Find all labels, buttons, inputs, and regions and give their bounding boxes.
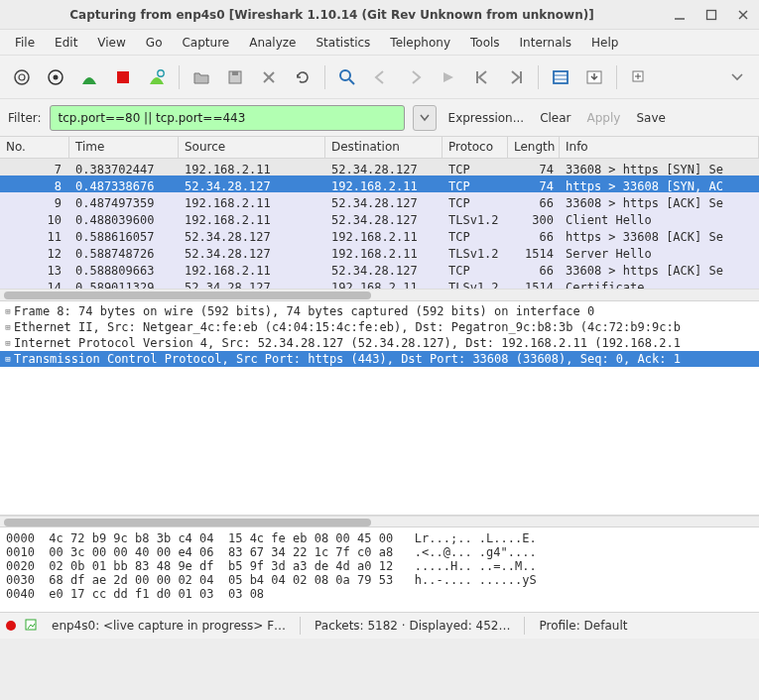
toolbar-separator: [179, 65, 180, 89]
window-title: Capturing from enp4s0 [Wireshark 1.10.14…: [8, 8, 656, 22]
col-protocol[interactable]: Protoco: [443, 137, 508, 158]
menu-help[interactable]: Help: [582, 33, 627, 53]
list-interfaces-icon[interactable]: [8, 63, 36, 91]
scrollbar-thumb[interactable]: [4, 292, 371, 299]
toolbar: [0, 56, 759, 99]
menu-capture[interactable]: Capture: [173, 33, 238, 53]
minimize-button[interactable]: [672, 7, 688, 23]
svg-point-4: [15, 70, 29, 84]
status-separator: [524, 617, 525, 635]
toolbar-separator: [538, 65, 539, 89]
filter-label: Filter:: [8, 111, 42, 125]
go-first-icon[interactable]: [468, 63, 496, 91]
packet-list-body[interactable]: 70.383702447192.168.2.1152.34.28.127TCP7…: [0, 159, 759, 289]
filter-save-button[interactable]: Save: [632, 111, 669, 125]
capture-file-props-icon[interactable]: [24, 618, 38, 635]
expert-info-icon[interactable]: [6, 621, 16, 631]
col-source[interactable]: Source: [179, 137, 325, 158]
packet-details-pane[interactable]: ⊞Frame 8: 74 bytes on wire (592 bits), 7…: [0, 301, 759, 516]
packet-row[interactable]: 100.488039600192.168.2.1152.34.28.127TLS…: [0, 209, 759, 226]
svg-rect-18: [554, 71, 568, 83]
capture-options-icon[interactable]: [42, 63, 69, 91]
menubar: File Edit View Go Capture Analyze Statis…: [0, 30, 759, 56]
status-interface: enp4s0: <live capture in progress> F…: [46, 619, 292, 633]
col-info[interactable]: Info: [560, 137, 759, 158]
auto-scroll-icon[interactable]: [580, 63, 608, 91]
menu-go[interactable]: Go: [137, 33, 172, 53]
packet-row[interactable]: 110.58861605752.34.28.127192.168.2.11TCP…: [0, 226, 759, 243]
svg-rect-8: [117, 71, 129, 83]
filter-clear-button[interactable]: Clear: [536, 111, 574, 125]
svg-point-5: [19, 74, 25, 80]
menu-view[interactable]: View: [88, 33, 134, 53]
filter-expression-button[interactable]: Expression...: [444, 111, 529, 125]
restart-capture-icon[interactable]: [143, 63, 171, 91]
go-to-icon[interactable]: [435, 63, 462, 91]
open-icon[interactable]: [188, 63, 215, 91]
packet-list-header: No. Time Source Destination Protoco Leng…: [0, 137, 759, 159]
detail-row[interactable]: ⊞Ethernet II, Src: Netgear_4c:fe:eb (c4:…: [0, 319, 759, 335]
col-length[interactable]: Length: [508, 137, 560, 158]
menu-statistics[interactable]: Statistics: [307, 33, 379, 53]
go-back-icon[interactable]: [367, 63, 395, 91]
packet-list-pane: No. Time Source Destination Protoco Leng…: [0, 137, 759, 301]
scrollbar-thumb[interactable]: [4, 519, 371, 526]
svg-rect-1: [707, 10, 716, 19]
toolbar-separator: [324, 65, 325, 89]
packet-row[interactable]: 80.48733867652.34.28.127192.168.2.11TCP7…: [0, 175, 759, 192]
menu-analyze[interactable]: Analyze: [240, 33, 305, 53]
close-file-icon[interactable]: [255, 63, 283, 91]
menu-telephony[interactable]: Telephony: [381, 33, 459, 53]
status-separator: [300, 617, 301, 635]
close-button[interactable]: [735, 7, 751, 23]
col-no[interactable]: No.: [0, 137, 69, 158]
packet-row[interactable]: 90.487497359192.168.2.1152.34.28.127TCP6…: [0, 192, 759, 209]
packet-list-scrollbar[interactable]: [0, 289, 759, 300]
svg-point-7: [54, 74, 59, 79]
colorize-icon[interactable]: [547, 63, 574, 91]
filter-apply-button[interactable]: Apply: [583, 111, 625, 125]
filter-dropdown[interactable]: [413, 105, 437, 131]
hex-dump-pane[interactable]: 0000 4c 72 b9 9c b8 3b c4 04 15 4c fe eb…: [0, 527, 759, 613]
packet-row[interactable]: 140.58901132952.34.28.127192.168.2.11TLS…: [0, 277, 759, 289]
titlebar: Capturing from enp4s0 [Wireshark 1.10.14…: [0, 0, 759, 30]
filter-bar: Filter: Expression... Clear Apply Save: [0, 99, 759, 137]
packet-row[interactable]: 130.588809663192.168.2.1152.34.28.127TCP…: [0, 260, 759, 277]
detail-row[interactable]: ⊞Transmission Control Protocol, Src Port…: [0, 351, 759, 367]
status-bar: enp4s0: <live capture in progress> F… Pa…: [0, 613, 759, 639]
zoom-in-icon[interactable]: [625, 63, 653, 91]
details-scrollbar[interactable]: [0, 516, 759, 527]
menu-internals[interactable]: Internals: [511, 33, 581, 53]
detail-row[interactable]: ⊞Internet Protocol Version 4, Src: 52.34…: [0, 335, 759, 351]
svg-rect-11: [232, 71, 238, 75]
menu-edit[interactable]: Edit: [46, 33, 86, 53]
col-destination[interactable]: Destination: [325, 137, 443, 158]
reload-icon[interactable]: [289, 63, 316, 91]
go-last-icon[interactable]: [502, 63, 530, 91]
start-capture-icon[interactable]: [75, 63, 103, 91]
menu-file[interactable]: File: [6, 33, 44, 53]
svg-point-14: [340, 70, 350, 80]
status-profile[interactable]: Profile: Default: [533, 619, 633, 633]
packet-row[interactable]: 120.58874872652.34.28.127192.168.2.11TLS…: [0, 243, 759, 260]
toolbar-separator: [616, 65, 617, 89]
status-packets: Packets: 5182 · Displayed: 452…: [309, 619, 516, 633]
stop-capture-icon[interactable]: [109, 63, 137, 91]
find-icon[interactable]: [333, 63, 361, 91]
packet-row[interactable]: 70.383702447192.168.2.1152.34.28.127TCP7…: [0, 159, 759, 175]
detail-row[interactable]: ⊞Frame 8: 74 bytes on wire (592 bits), 7…: [0, 303, 759, 319]
toolbar-overflow-icon[interactable]: [723, 63, 751, 91]
svg-line-15: [349, 79, 354, 84]
filter-input[interactable]: [50, 105, 405, 131]
go-forward-icon[interactable]: [401, 63, 429, 91]
menu-tools[interactable]: Tools: [461, 33, 509, 53]
maximize-button[interactable]: [703, 7, 719, 23]
save-icon[interactable]: [221, 63, 249, 91]
col-time[interactable]: Time: [69, 137, 179, 158]
svg-point-9: [158, 69, 164, 75]
